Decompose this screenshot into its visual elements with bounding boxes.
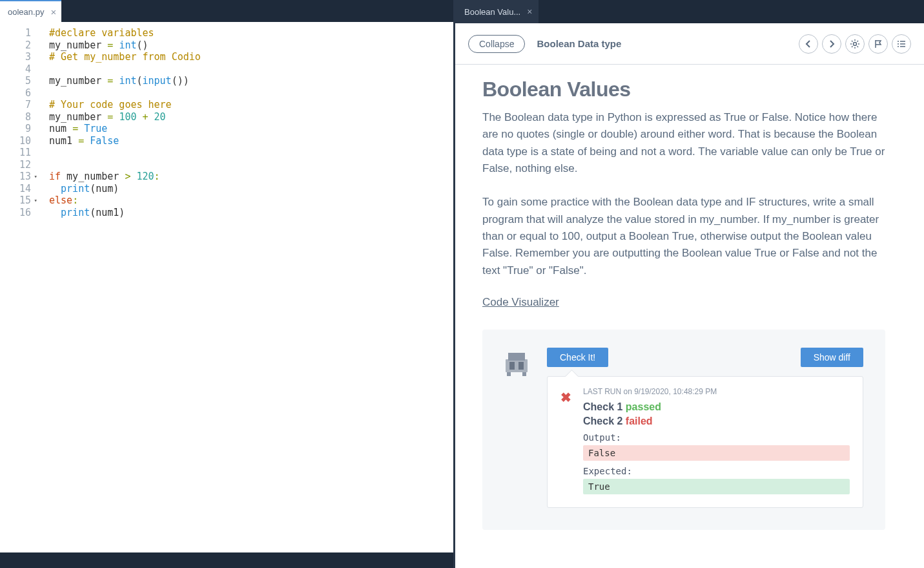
line-number: 16 — [0, 207, 37, 219]
close-icon[interactable]: × — [527, 6, 532, 17]
output-value: False — [583, 445, 850, 461]
guide-tab-label: Boolean Valu... — [464, 7, 520, 17]
close-icon[interactable]: × — [50, 6, 56, 17]
editor-tabs: oolean.py × — [0, 0, 453, 22]
code-line[interactable]: num1 = False — [49, 135, 453, 147]
check-2-line: Check 2 failed — [583, 415, 850, 427]
svg-rect-10 — [518, 362, 524, 370]
guide-header: Collapse Boolean Data type — [455, 23, 924, 65]
line-number: 15▾ — [0, 195, 37, 207]
svg-rect-8 — [508, 353, 525, 361]
code-visualizer-link[interactable]: Code Visualizer — [482, 296, 559, 309]
line-number: 9 — [0, 123, 37, 135]
expected-value: True — [583, 479, 850, 494]
editor-gutter: 12345678910111213▾1415▾16 — [0, 22, 45, 568]
code-line[interactable]: if my_number > 120: — [49, 171, 453, 183]
code-line[interactable]: my_number = int(input()) — [49, 75, 453, 87]
line-number: 3 — [0, 51, 37, 63]
editor-code-area[interactable]: #declare variablesmy_number = int()# Get… — [45, 22, 453, 568]
code-line[interactable] — [49, 63, 453, 76]
output-label: Output: — [583, 432, 850, 443]
list-icon[interactable] — [892, 34, 911, 54]
content-para-1: The Boolean data type in Python is expre… — [482, 109, 885, 177]
check-1-line: Check 1 passed — [583, 401, 850, 413]
line-number: 13▾ — [0, 171, 37, 183]
guide-tabs: Boolean Valu... × — [455, 0, 924, 23]
editor-body[interactable]: 12345678910111213▾1415▾16 #declare varia… — [0, 22, 453, 568]
next-icon[interactable] — [822, 34, 841, 54]
line-number: 12 — [0, 159, 37, 171]
check-1-status: passed — [626, 401, 661, 412]
svg-rect-11 — [507, 372, 511, 376]
svg-rect-7 — [506, 359, 528, 372]
code-line[interactable] — [49, 159, 453, 171]
line-number: 1 — [0, 27, 37, 39]
guide-tab[interactable]: Boolean Valu... × — [455, 0, 539, 23]
last-run-text: LAST RUN on 9/19/2020, 10:48:29 PM — [583, 387, 850, 396]
code-line[interactable] — [49, 87, 453, 100]
check-2-status: failed — [626, 415, 653, 426]
check-it-button[interactable]: Check It! — [547, 348, 608, 367]
show-diff-button[interactable]: Show diff — [801, 348, 863, 367]
code-line[interactable] — [49, 147, 453, 159]
prev-icon[interactable] — [799, 34, 818, 54]
flag-icon[interactable] — [868, 34, 888, 54]
check-box: Check It! Show diff ✖ LAST RUN on 9/19/2… — [482, 330, 885, 530]
line-number: 2 — [0, 39, 37, 52]
code-line[interactable]: #declare variables — [49, 27, 453, 39]
line-number: 4 — [0, 63, 37, 76]
code-line[interactable]: num = True — [49, 123, 453, 135]
line-number: 10 — [0, 135, 37, 147]
guide-content: Boolean Values The Boolean data type in … — [455, 65, 924, 568]
expected-label: Expected: — [583, 466, 850, 476]
line-number: 7 — [0, 99, 37, 111]
line-number: 6 — [0, 87, 37, 100]
fail-icon: ✖ — [560, 390, 571, 494]
svg-point-1 — [898, 41, 899, 42]
line-number: 5 — [0, 75, 37, 87]
svg-point-0 — [854, 42, 857, 45]
svg-point-3 — [898, 46, 899, 47]
line-number: 11 — [0, 147, 37, 159]
guide-header-title: Boolean Data type — [537, 38, 621, 49]
line-number: 8 — [0, 111, 37, 123]
editor-tab-boolean[interactable]: oolean.py × — [0, 0, 61, 22]
code-line[interactable]: # Get my_number from Codio — [49, 51, 453, 63]
editor-panel: oolean.py × 12345678910111213▾1415▾16 #d… — [0, 0, 453, 568]
svg-rect-9 — [509, 362, 515, 370]
check-body: Check It! Show diff ✖ LAST RUN on 9/19/2… — [547, 348, 863, 508]
code-line[interactable]: my_number = int() — [49, 39, 453, 52]
check-1-label: Check 1 — [583, 401, 622, 412]
svg-point-2 — [898, 43, 899, 45]
result-panel: ✖ LAST RUN on 9/19/2020, 10:48:29 PM Che… — [547, 376, 863, 508]
guide-panel: Boolean Valu... × Collapse Boolean Data … — [453, 0, 924, 568]
test-machine-icon — [500, 348, 533, 380]
code-line[interactable]: # Your code goes here — [49, 99, 453, 111]
gear-icon[interactable] — [845, 34, 865, 54]
check-2-label: Check 2 — [583, 415, 622, 426]
editor-tab-label: oolean.py — [8, 7, 44, 17]
code-line[interactable]: else: — [49, 195, 453, 207]
header-icons — [799, 34, 911, 54]
svg-rect-12 — [522, 372, 526, 376]
collapse-button[interactable]: Collapse — [468, 35, 525, 53]
code-line[interactable]: print(num) — [49, 183, 453, 195]
content-heading: Boolean Values — [482, 78, 885, 101]
content-para-2: To gain some practice with the Boolean d… — [482, 194, 885, 279]
line-number: 14 — [0, 183, 37, 195]
code-line[interactable]: print(num1) — [49, 207, 453, 219]
code-line[interactable]: my_number = 100 + 20 — [49, 111, 453, 123]
check-buttons: Check It! Show diff — [547, 348, 863, 367]
result-body: LAST RUN on 9/19/2020, 10:48:29 PM Check… — [583, 387, 850, 494]
status-bar — [0, 552, 453, 568]
